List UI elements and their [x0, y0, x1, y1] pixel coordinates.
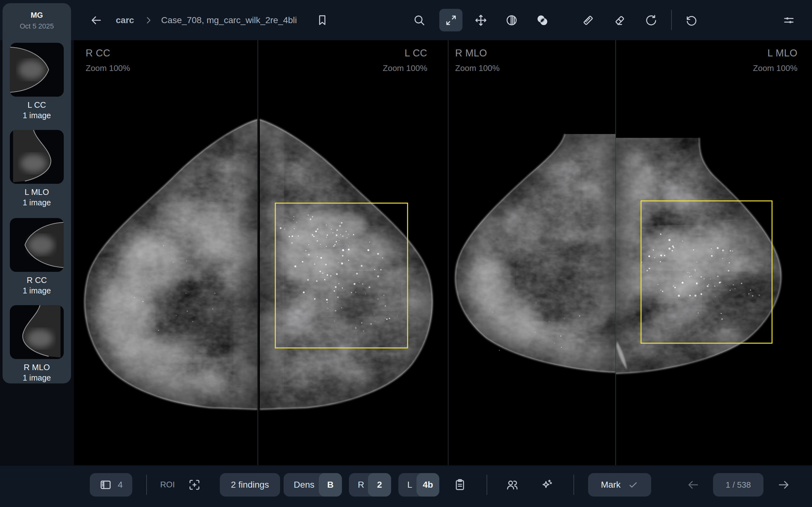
undo-icon [685, 14, 698, 26]
windowing-tool-button[interactable] [504, 13, 519, 27]
blend-icon [536, 14, 549, 26]
back-icon [90, 14, 102, 26]
thumbnail-count: 1 image [3, 198, 71, 208]
focus-icon [188, 478, 201, 492]
page-indicator: 1 / 538 [726, 480, 751, 490]
zoom-tool-button[interactable] [439, 9, 462, 32]
roi-label: ROI [160, 480, 175, 490]
density-value[interactable]: B [319, 473, 342, 497]
case-title-wrap: Case_708, mg_carc_wilk_2re_4bli [161, 0, 297, 40]
move-icon [474, 14, 487, 26]
pan-tool-button[interactable] [473, 13, 488, 27]
layout-count: 4 [118, 480, 123, 490]
measure-tool-button[interactable] [581, 13, 595, 27]
thumbnail-rmlo-image [10, 305, 64, 359]
thumbnail-label: L CC [3, 100, 71, 111]
layout-button[interactable]: 4 [90, 473, 132, 497]
bookmark-button[interactable] [315, 13, 329, 27]
search-icon [413, 14, 426, 26]
people-icon [506, 478, 519, 492]
sparkle-icon [540, 478, 553, 492]
chevron-right-icon [143, 13, 154, 27]
arrow-left-icon [687, 478, 700, 492]
erase-tool-button[interactable] [612, 13, 627, 27]
breadcrumb-parent[interactable]: carc [116, 15, 134, 25]
panel-divider [448, 40, 449, 465]
thumbnail-rmlo[interactable] [10, 305, 64, 359]
eraser-icon [613, 14, 626, 26]
settings-button[interactable] [781, 13, 796, 27]
density-button[interactable]: Dens B [284, 473, 342, 497]
thumbnail-lcc-image [10, 43, 64, 97]
mammogram-canvas [74, 40, 812, 465]
sidebar-item-rcc[interactable]: R CC 1 image [3, 218, 71, 296]
mark-label: Mark [601, 480, 620, 490]
case-title: Case_708, mg_carc_wilk_2re_4bli [161, 15, 297, 25]
findings-label: 2 findings [231, 480, 269, 490]
lmlo-image [613, 132, 812, 389]
arrow-right-icon [777, 478, 791, 492]
ai-assist-button[interactable] [539, 477, 554, 492]
roi-focus-button[interactable] [187, 477, 202, 492]
reset-tool-button[interactable] [644, 13, 658, 27]
birads-left-label: L [407, 480, 412, 490]
birads-right-button[interactable]: R 2 [349, 473, 391, 497]
breadcrumb: carc [116, 0, 134, 40]
rcc-image [80, 113, 269, 417]
thumbnail-lcc[interactable] [10, 43, 64, 97]
undo-button[interactable] [684, 13, 699, 27]
study-header: MG Oct 5 2025 [3, 3, 71, 31]
check-icon [628, 480, 639, 490]
search-button[interactable] [412, 13, 426, 27]
sidebar-item-lcc[interactable]: L CC 1 image [3, 43, 71, 120]
page-indicator-pill: 1 / 538 [713, 473, 763, 497]
bottom-toolbar: 4 ROI 2 findings Dens B R 2 L 4b [0, 466, 812, 507]
birads-left-button[interactable]: L 4b [398, 473, 439, 497]
mark-button[interactable]: Mark [588, 473, 651, 497]
contrast-icon [505, 14, 518, 26]
thumbnail-rcc-image [10, 218, 64, 272]
sidebar-item-lmlo[interactable]: L MLO 1 image [3, 130, 71, 208]
back-button[interactable] [89, 13, 103, 27]
image-viewport[interactable]: R CC Zoom 100% L CC Zoom 100% R MLO Zoom… [74, 40, 812, 465]
sidebar-item-rmlo[interactable]: R MLO 1 image [3, 305, 71, 383]
birads-right-value[interactable]: 2 [368, 473, 391, 497]
findings-button[interactable]: 2 findings [220, 473, 280, 497]
panel-divider [615, 40, 616, 465]
next-case-button[interactable] [776, 477, 791, 492]
toolbar-divider [671, 10, 672, 30]
expand-icon [445, 14, 457, 26]
modality-label: MG [3, 11, 71, 20]
density-label: Dens [294, 480, 314, 490]
toolbar-divider [487, 475, 487, 495]
layout-icon [99, 478, 112, 491]
thumbnail-count: 1 image [3, 286, 71, 296]
panel-divider [258, 40, 258, 465]
thumbnail-label: L MLO [3, 187, 71, 198]
ruler-icon [582, 14, 595, 26]
report-button[interactable] [453, 477, 467, 492]
toolbar-divider [573, 475, 574, 495]
mammography-viewer: carc Case_708, mg_carc_wilk_2re_4bli [0, 0, 812, 507]
birads-left-value[interactable]: 4b [416, 473, 439, 497]
bookmark-icon [316, 14, 328, 26]
prev-case-button[interactable] [686, 477, 700, 492]
birads-right-label: R [358, 480, 364, 490]
lcc-image [252, 113, 442, 417]
thumbnail-count: 1 image [3, 373, 71, 383]
rmlo-image [448, 129, 619, 383]
refresh-icon [645, 14, 658, 26]
top-toolbar: carc Case_708, mg_carc_wilk_2re_4bli [0, 0, 812, 40]
thumbnail-lmlo[interactable] [10, 130, 64, 184]
collaborators-button[interactable] [505, 477, 519, 492]
clipboard-icon [453, 478, 467, 492]
blend-tool-button[interactable] [535, 13, 550, 27]
thumbnail-lmlo-image [10, 130, 64, 184]
thumbnail-label: R MLO [3, 362, 71, 373]
study-date: Oct 5 2025 [3, 22, 71, 31]
thumbnail-count: 1 image [3, 111, 71, 120]
thumbnail-label: R CC [3, 275, 71, 286]
toolbar-divider [146, 475, 147, 495]
thumbnail-rcc[interactable] [10, 218, 64, 272]
study-sidebar: MG Oct 5 2025 L CC 1 image [3, 3, 71, 383]
